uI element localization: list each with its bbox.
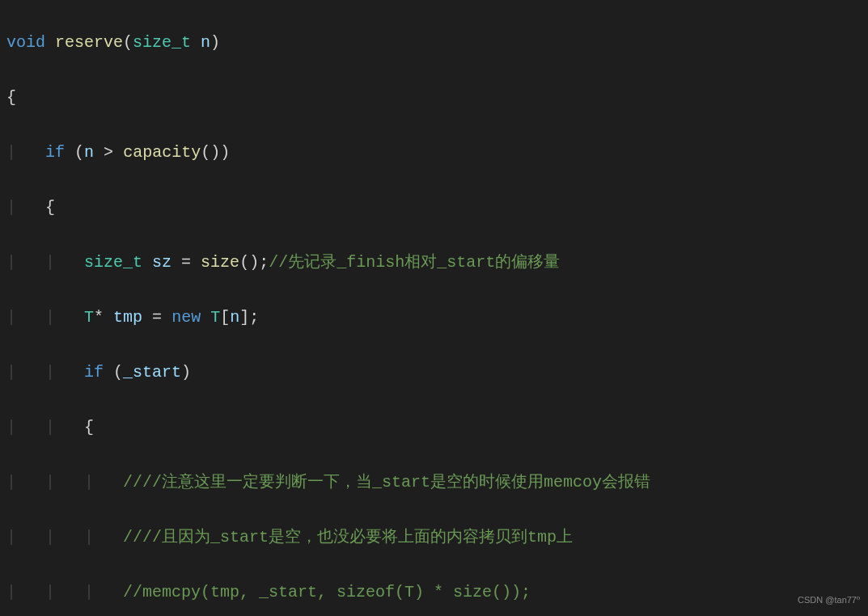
comment: ////注意这里一定要判断一下，当_start是空的时候使用memcoy会报错 [123,473,650,492]
code-line: | | T* tmp = new T[n]; [6,304,862,331]
code-block: void reserve(size_t n) { | if (n > capac… [0,0,868,616]
keyword: if [45,143,65,162]
code-line: | | | ////且因为_start是空，也没必要将上面的内容拷贝到tmp上 [6,524,862,551]
code-line: | if (n > capacity()) [6,139,862,167]
code-line: { [6,84,862,112]
function-name: reserve [55,33,123,52]
watermark: CSDN @tan77º [798,593,860,608]
code-line: void reserve(size_t n) [6,29,862,57]
keyword: void [6,33,45,52]
code-line: | { [6,194,862,222]
comment: //先记录_finish相对_start的偏移量 [269,253,560,272]
code-line: | | | ////注意这里一定要判断一下，当_start是空的时候使用memc… [6,469,862,496]
code-line: | | | //memcpy(tmp, _start, sizeof(T) * … [6,579,862,606]
param: n [201,33,210,52]
code-line: | | if (_start) [6,359,862,386]
type: size_t [133,33,191,52]
comment: //memcpy(tmp, _start, sizeof(T) * size()… [123,583,531,601]
code-line: | | { [6,414,862,441]
comment: ////且因为_start是空，也没必要将上面的内容拷贝到tmp上 [123,528,573,546]
code-line: | | size_t sz = size();//先记录_finish相对_st… [6,249,862,276]
